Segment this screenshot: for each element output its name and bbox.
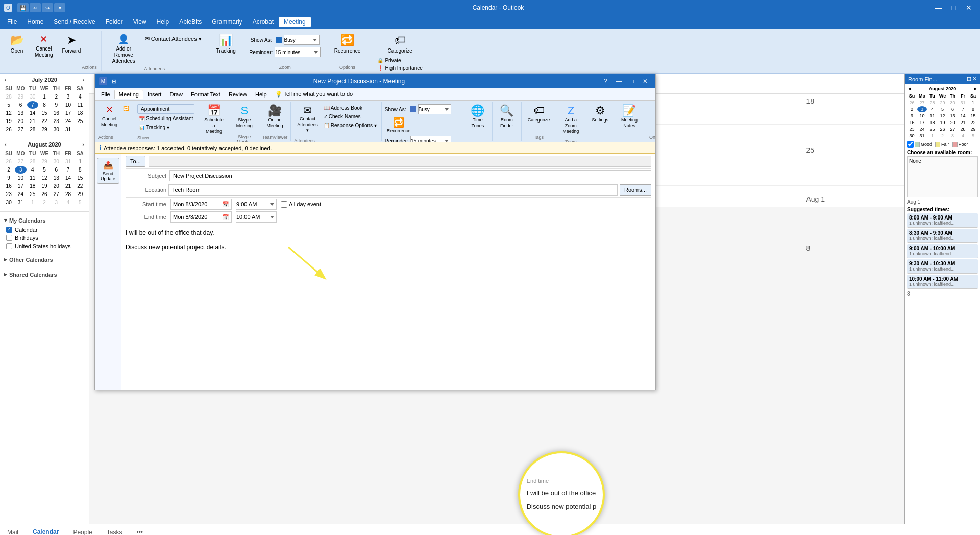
skype-meeting-btn[interactable]: S SkypeMeeting (233, 103, 256, 130)
day-20[interactable]: 20 (15, 117, 26, 125)
day-15[interactable]: 15 (39, 109, 50, 117)
meeting-menu-format[interactable]: Format Text (187, 90, 225, 99)
meeting-menu-help[interactable]: Help (251, 90, 271, 99)
allday-input[interactable] (281, 201, 287, 208)
day-16[interactable]: 16 (51, 109, 62, 117)
schedule-meeting-btn[interactable]: 📅 Schedulea Meeting (201, 103, 227, 140)
send-update-btn[interactable]: 📤 SendUpdate (97, 158, 119, 184)
none-option[interactable]: None (909, 158, 921, 164)
day-9[interactable]: 9 (51, 101, 62, 109)
aug-prev-btn[interactable]: ‹ (3, 141, 8, 148)
day-24[interactable]: 24 (62, 117, 74, 125)
save-btn[interactable]: 💾 (17, 3, 29, 12)
day-10[interactable]: 10 (62, 101, 74, 109)
nav-mail[interactable]: Mail (4, 527, 21, 536)
nav-people[interactable]: People (70, 527, 95, 536)
time-slot-4[interactable]: 9:30 AM - 10:30 AM 1 unknown: lcaffiend.… (907, 259, 978, 274)
aug-next-btn[interactable]: › (81, 141, 86, 148)
start-date-input[interactable]: Mon 8/3/2020 📅 (170, 199, 232, 210)
us-holidays-checkbox[interactable] (6, 243, 12, 249)
meeting-close-btn[interactable]: ✕ (639, 77, 651, 86)
menu-acrobat[interactable]: Acrobat (248, 17, 279, 27)
rf-prev-btn[interactable]: ◄ (907, 86, 912, 91)
meeting-menu-insert[interactable]: Insert (143, 90, 166, 99)
nav-calendar[interactable]: Calendar (30, 526, 62, 536)
meeting-menu-draw[interactable]: Draw (165, 90, 187, 99)
menu-send-receive[interactable]: Send / Receive (48, 17, 100, 27)
day-3[interactable]: 3 (62, 93, 74, 101)
time-zones-btn[interactable]: 🌐 TimeZones (467, 103, 489, 140)
day-30b[interactable]: 30 (51, 126, 62, 133)
to-field[interactable] (149, 156, 651, 167)
rf-next-btn[interactable]: ► (973, 86, 978, 91)
day-6[interactable]: 6 (15, 101, 26, 109)
time-slot-3[interactable]: 9:00 AM - 10:00 AM 1 unknown: lcaffiend.… (907, 244, 978, 258)
add-zoom-btn[interactable]: Z Add a ZoomMeeting (559, 103, 582, 135)
high-importance-tag[interactable]: ❗ High Importance (376, 65, 423, 71)
address-book-btn[interactable]: 📖 Address Book (322, 104, 378, 112)
meeting-min-btn[interactable]: — (612, 77, 625, 86)
meeting-menu-review[interactable]: Review (225, 90, 251, 99)
reminder-select[interactable]: 15 minutes (275, 47, 321, 57)
meeting-recurrence-btn[interactable]: 🔁 Recurrence (385, 116, 413, 134)
day-29[interactable]: 29 (15, 93, 26, 101)
meeting-notes-btn[interactable]: 📝 MeetingNotes (618, 103, 641, 140)
day-31[interactable]: 31 (62, 126, 74, 133)
other-calendars-header[interactable]: ▸ Other Calendars (4, 256, 85, 263)
restore-btn[interactable]: □ (946, 3, 961, 13)
day-28b[interactable]: 28 (27, 126, 38, 133)
contact-attendees-btn[interactable]: ✉ Contact Attendees ▾ (143, 35, 204, 43)
us-holidays-item[interactable]: United States holidays (4, 242, 85, 250)
day-17[interactable]: 17 (62, 109, 74, 117)
location-input[interactable] (168, 184, 618, 196)
day-14[interactable]: 14 (27, 109, 38, 117)
menu-file[interactable]: File (2, 17, 22, 27)
scheduling-assistant-btn[interactable]: 📅 Scheduling Assistant (137, 115, 194, 123)
meeting-help-btn[interactable]: ? (599, 77, 611, 86)
allday-checkbox[interactable]: All day event (281, 201, 321, 208)
cal-icon-start[interactable]: 📅 (222, 201, 229, 208)
to-button[interactable]: To... (126, 156, 145, 167)
appointment-btn[interactable]: Appointment (137, 104, 194, 114)
meeting-max-btn[interactable]: □ (626, 77, 638, 86)
day-18[interactable]: 18 (75, 109, 86, 117)
menu-grammarly[interactable]: Grammarly (207, 17, 247, 27)
day-12[interactable]: 12 (3, 109, 14, 117)
calendar-item[interactable]: Calendar (4, 226, 85, 234)
day-25[interactable]: 25 (75, 117, 86, 125)
aug-3-today[interactable]: 3 (15, 166, 26, 174)
day-1[interactable]: 1 (39, 93, 50, 101)
minimize-btn[interactable]: — (931, 3, 945, 13)
cal-icon-end[interactable]: 📅 (222, 214, 229, 221)
menu-view[interactable]: View (128, 17, 152, 27)
contact-attendees-large-btn[interactable]: ✉ ContactAttendees ▾ (294, 103, 321, 134)
rooms-button[interactable]: Rooms... (620, 184, 651, 196)
meeting-show-as-select[interactable]: Busy (418, 104, 451, 114)
shared-calendars-header[interactable]: ▸ Shared Calendars (4, 271, 85, 278)
menu-help[interactable]: Help (152, 17, 175, 27)
day-4[interactable]: 4 (75, 93, 86, 101)
good-cb[interactable] (907, 141, 914, 148)
meeting-body[interactable]: I will be out of the office that day. Di… (121, 225, 655, 390)
categorize-btn[interactable]: 🏷 Categorize (383, 32, 416, 56)
day-27[interactable]: 27 (15, 126, 26, 133)
meeting-menu-file[interactable]: File (97, 90, 114, 99)
check-names-btn[interactable]: ✓ Check Names (322, 113, 378, 120)
response-options-btn[interactable]: 📋 Response Options ▾ (322, 121, 378, 129)
tracking-btn[interactable]: 📊 Tracking (212, 32, 240, 70)
online-meeting-btn[interactable]: 🎥 OnlineMeeting (264, 103, 286, 131)
time-slot-5[interactable]: 10:00 AM - 11:00 AM 1 unknown: lcaffiend… (907, 275, 978, 289)
end-date-input[interactable]: Mon 8/3/2020 📅 (170, 211, 232, 223)
day-13[interactable]: 13 (15, 109, 26, 117)
menu-home[interactable]: Home (22, 17, 48, 27)
meeting-menu-tellme[interactable]: 💡 Tell me what you want to do (271, 90, 357, 99)
day-7-today[interactable]: 7 (27, 101, 38, 109)
menu-folder[interactable]: Folder (101, 17, 128, 27)
birthdays-checkbox[interactable] (6, 235, 12, 241)
show-as-select[interactable]: Busy (284, 35, 320, 45)
next-month-btn[interactable]: › (81, 77, 86, 83)
forward-btn[interactable]: ➤ Forward (58, 32, 85, 56)
day-8[interactable]: 8 (39, 101, 50, 109)
redo-btn[interactable]: ↪ (42, 3, 53, 12)
calendar-checkbox[interactable] (6, 227, 12, 233)
